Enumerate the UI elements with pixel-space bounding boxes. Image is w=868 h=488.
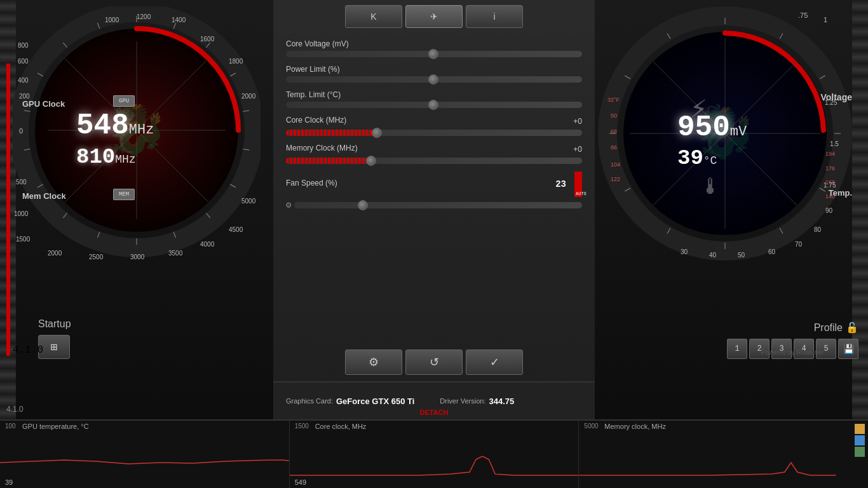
- svg-text:194: 194: [825, 151, 835, 157]
- temp-limit-slider[interactable]: [286, 102, 582, 108]
- profile-btn-save[interactable]: 💾: [838, 339, 858, 359]
- detach-button[interactable]: DETACH: [419, 409, 448, 416]
- svg-text:1000: 1000: [14, 210, 29, 217]
- svg-text:50: 50: [611, 112, 617, 119]
- power-limit-label: Power Limit (%): [286, 65, 582, 74]
- svg-text:500: 500: [16, 179, 27, 186]
- version-label: 4.1.0: [13, 344, 43, 356]
- svg-text:70: 70: [795, 241, 803, 248]
- profile-btn-1[interactable]: 1: [727, 339, 747, 359]
- power-limit-row: Power Limit (%): [286, 65, 582, 83]
- core-clock-slider[interactable]: [286, 130, 582, 136]
- memory-clock-thumb[interactable]: [366, 156, 376, 166]
- temp-limit-thumb[interactable]: [428, 100, 438, 110]
- power-limit-slider[interactable]: [286, 76, 582, 83]
- fan-speed-row: Fan Speed (%) 23 AUTO ⚙: [286, 172, 582, 210]
- fan-auto-label[interactable]: AUTO: [574, 191, 582, 197]
- reset-button[interactable]: ↺: [405, 349, 463, 375]
- fan-speed-label: Fan Speed (%): [286, 179, 542, 187]
- controls-section: Core Voltage (mV) Power Limit (%) Temp. …: [273, 33, 595, 343]
- svg-text:600: 600: [18, 58, 29, 65]
- svg-text:176: 176: [825, 165, 835, 172]
- legend-color-2: [855, 435, 865, 445]
- mem-clock-value: 810MHz: [76, 145, 136, 169]
- svg-text:🌡: 🌡: [700, 175, 722, 201]
- core-clock-graph: 1500 Core clock, MHz 549: [290, 421, 580, 488]
- color-legend: [855, 424, 865, 457]
- svg-text:4500: 4500: [229, 226, 243, 233]
- voltage-label: Voltage: [820, 92, 852, 104]
- svg-text:3500: 3500: [168, 250, 183, 257]
- memory-clock-graph: 5000 Memory clock, MHz: [579, 421, 868, 488]
- core-clock-title: Core clock, MHz: [315, 423, 367, 430]
- temp-limit-row: Temp. Limit (°C): [286, 90, 582, 108]
- memory-clock-offset: +0: [566, 145, 582, 154]
- settings-button[interactable]: ⚙: [345, 349, 402, 375]
- info-button[interactable]: i: [466, 5, 523, 28]
- memory-clock-row: Memory Clock (MHz) +0: [286, 144, 582, 164]
- legend-color-3: [855, 447, 865, 457]
- fan-speed-value: 23: [547, 179, 566, 189]
- gpu-clock-label: GPU Clock: [22, 98, 65, 110]
- legend-color-1: [855, 424, 865, 434]
- mem-clock-label: Mem Clock: [22, 191, 66, 202]
- fan-speed-slider[interactable]: [294, 202, 582, 208]
- memory-clock-slider[interactable]: [286, 158, 582, 164]
- graph-area: 100 GPU temperature, °C 39 1500 Core clo…: [0, 419, 868, 488]
- memory-clock-chart: [579, 437, 836, 478]
- core-voltage-slider[interactable]: [286, 51, 582, 57]
- temp-limit-label: Temp. Limit (°C): [286, 90, 582, 99]
- svg-text:50: 50: [738, 252, 745, 259]
- svg-text:0: 0: [19, 127, 23, 135]
- svg-text:30: 30: [681, 248, 688, 255]
- svg-text:1400: 1400: [172, 17, 186, 24]
- info-bar: Graphics Card: GeForce GTX 650 Ti Driver…: [273, 381, 595, 419]
- graphics-card-value: GeForce GTX 650 Ti: [336, 396, 414, 406]
- svg-text:122: 122: [611, 176, 620, 182]
- fan-gear-icon[interactable]: ⚙: [286, 200, 291, 210]
- svg-text:4000: 4000: [200, 241, 215, 248]
- airplane-button[interactable]: ✈: [405, 5, 463, 28]
- memory-clock-header: Memory Clock (MHz) +0: [286, 144, 582, 155]
- svg-text:400: 400: [18, 77, 29, 84]
- fan-speed-slider-row: ⚙: [286, 200, 582, 210]
- powered-by: Powered by Rivatuner: [761, 349, 824, 356]
- fan-speed-bar: AUTO: [574, 172, 582, 197]
- svg-text:104: 104: [611, 161, 620, 168]
- startup-label: Startup: [38, 318, 71, 330]
- svg-text:1: 1: [824, 16, 827, 24]
- gpu-temp-title: GPU temperature, °C: [22, 423, 89, 430]
- k-button[interactable]: K: [345, 5, 402, 28]
- power-limit-thumb[interactable]: [428, 74, 438, 85]
- red-accent-left: [6, 64, 10, 356]
- memory-clock-fill: [286, 158, 369, 164]
- svg-text:60: 60: [768, 248, 776, 255]
- svg-text:40: 40: [709, 252, 717, 259]
- core-clock-header: Core Clock (MHz) +0: [286, 116, 582, 127]
- svg-text:2000: 2000: [241, 93, 256, 100]
- driver-label: Driver Version:: [440, 397, 485, 405]
- voltage-value: 950mV: [677, 111, 747, 144]
- memory-clock-max: 5000: [584, 423, 598, 430]
- gpu-chip-button[interactable]: GPU: [113, 94, 135, 105]
- mem-chip-button[interactable]: MEM: [113, 187, 135, 199]
- temp-value: 39°C: [677, 146, 717, 170]
- svg-text:800: 800: [18, 42, 29, 49]
- graphics-card-info: Graphics Card: GeForce GTX 650 Ti: [286, 396, 414, 406]
- core-voltage-thumb[interactable]: [428, 49, 438, 59]
- core-clock-row: Core Clock (MHz) +0: [286, 116, 582, 136]
- gpu-temp-max: 100: [5, 423, 16, 430]
- core-clock-thumb[interactable]: [372, 128, 382, 138]
- apply-button[interactable]: ✓: [466, 349, 523, 375]
- profile-header: Profile 🔓: [727, 322, 858, 334]
- core-clock-max: 1500: [295, 423, 309, 430]
- core-clock-current: 549: [295, 478, 306, 486]
- fan-speed-header: Fan Speed (%) 23 AUTO: [286, 172, 582, 197]
- left-gauge-section: 🐉 0 500 1000 1500 2000 2500 3000 3500 40…: [0, 0, 273, 419]
- gpu-temp-chart: [0, 437, 289, 478]
- memory-clock-label: Memory Clock (MHz): [286, 144, 561, 152]
- svg-text:1200: 1200: [137, 13, 151, 20]
- fan-speed-thumb[interactable]: [358, 200, 368, 210]
- svg-text:32°F: 32°F: [607, 97, 620, 103]
- svg-text:1.5: 1.5: [830, 140, 839, 147]
